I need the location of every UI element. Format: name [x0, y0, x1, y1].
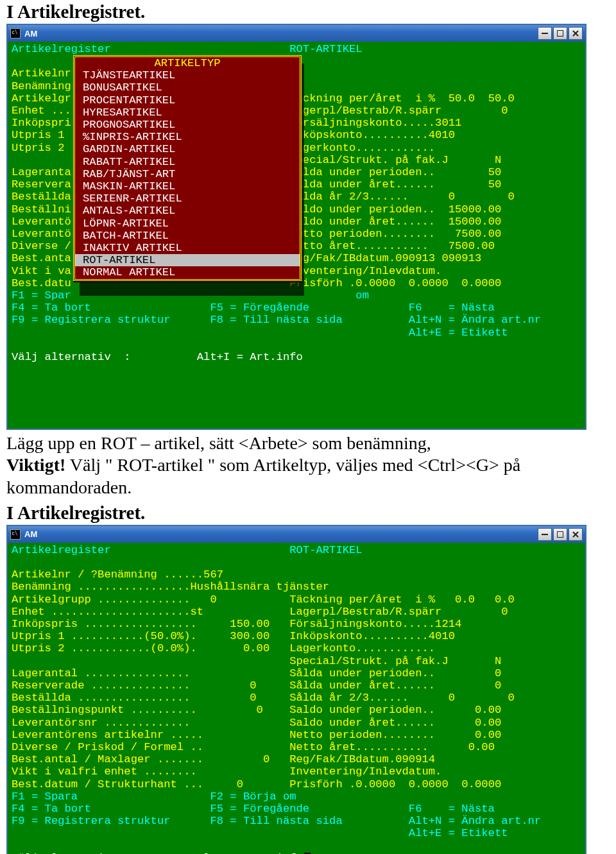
screen1-header-left: Artikelregister	[12, 43, 289, 55]
screen2-right: Lagerpl/Bestrab/R.spärr 0	[289, 606, 508, 618]
command-prompt[interactable]: Välj alternativ : Alt+I = Art.info	[12, 351, 303, 363]
screen2-left: Artikelgrupp .............. 0	[12, 594, 289, 606]
popup-item[interactable]: PROCENTARTIKEL	[75, 94, 300, 107]
screen2-right: Prisförh .0.0000 0.0000 0.0000	[289, 778, 501, 790]
fn-key-hint: Alt+E = Etikett	[12, 327, 508, 339]
artikeltyp-popup[interactable]: ARTIKELTYPTJÄNSTEARTIKELBONUSARTIKELPROC…	[73, 55, 302, 281]
popup-header: ARTIKELTYP	[75, 57, 300, 69]
screen2-left: Lagerantal ................	[12, 667, 289, 679]
screen1-right-value: Inventering/Inlevdatum.	[289, 265, 441, 277]
screen2-left: Diverse / Priskod / Formel ..	[12, 741, 289, 753]
fn-key-hint: F9 = Registrera struktur F8 = Till nästa…	[12, 815, 541, 827]
screen1-right-value: Prisförh .0.0000 0.0000 0.0000	[289, 277, 501, 289]
window-title-area: AM	[10, 28, 37, 38]
terminal-screen-1[interactable]: Artikelregister ROT-ARTIKELArtikelnr Ben…	[8, 42, 585, 429]
screen1-right-value: Försäljningskonto.....3011	[289, 117, 461, 129]
screen1-right-value: Lagerkonto............	[289, 142, 435, 154]
screen2-right: Försäljningskonto.....1214	[289, 618, 461, 630]
popup-item[interactable]: GARDIN-ARTIKEL	[75, 143, 300, 155]
screen1-right-value: Saldo under året...... 15000.00	[289, 216, 501, 228]
cmd-icon-2	[10, 529, 21, 540]
popup-item[interactable]: %INPRIS-ARTIKEL	[75, 131, 300, 143]
screen2-right: Sålda år 2/3...... 0 0	[289, 692, 515, 704]
screen2-right: Netto året........... 0.00	[289, 741, 495, 753]
screen2-right: Täckning per/året i % 0.0 0.0	[289, 594, 515, 606]
window-title-text: AM	[24, 29, 37, 38]
popup-item[interactable]: ROT-ARTIKEL	[75, 254, 300, 266]
maximize-button-2[interactable]	[553, 528, 567, 541]
popup-item[interactable]: BATCH-ARTIKEL	[75, 230, 300, 242]
screen2-left: Utpris 2 ............(0.0%). 0.00	[12, 642, 289, 654]
popup-item[interactable]: BONUSARTIKEL	[75, 81, 300, 94]
screen1-right-value: Saldo under perioden.. 15000.00	[289, 203, 501, 216]
fn-key-hint: F9 = Registrera struktur F8 = Till nästa…	[12, 314, 541, 326]
screen1-right-value: Reg/Fak/IBdatum.090913 090913	[289, 252, 481, 264]
maximize-button[interactable]	[553, 27, 567, 40]
screen2-left: Best.datum / Strukturhant ... 0	[12, 778, 289, 790]
popup-item[interactable]: MASKIN-ARTIKEL	[75, 180, 300, 192]
screen1-header-right: ROT-ARTIKEL	[289, 43, 362, 55]
screen2-right: Lagerkonto............	[289, 642, 435, 654]
window-buttons-2	[538, 528, 583, 541]
minimize-button-2[interactable]	[538, 528, 552, 541]
popup-item[interactable]: TJÄNSTEARTIKEL	[75, 69, 300, 81]
screen2-right: Inventering/Inlevdatum.	[289, 765, 441, 778]
window-title-area-2: AM	[10, 529, 37, 540]
close-button-2[interactable]	[569, 528, 583, 541]
screen2-left: Beställningspunkt .......... 0	[12, 704, 289, 716]
screen2-left: Vikt i valfri enhet ........	[12, 765, 289, 778]
window-title-text-2: AM	[24, 529, 37, 539]
terminal-window-2: AM Artikelregister ROT-ARTIKELArtikelnr …	[6, 525, 586, 854]
screen2-left	[12, 655, 289, 667]
close-button[interactable]	[569, 27, 583, 40]
window-titlebar: AM	[8, 25, 585, 42]
svg-rect-4	[542, 534, 548, 535]
screen2-right: Saldo under året...... 0.00	[289, 717, 501, 729]
popup-item[interactable]: RABATT-ARTIKEL	[75, 156, 300, 168]
popup-item[interactable]: HYRESARTIKEL	[75, 107, 300, 119]
popup-item[interactable]: INAKTIV ARTIKEL	[75, 242, 300, 254]
fn-key-hint: F4 = Ta bort F5 = Föregående F6 = Nästa	[12, 302, 495, 314]
screen2-left: Benämning .................Hushållsnära …	[12, 581, 329, 593]
screen1-right-value: Lagerpl/Bestrab/R.spärr 0	[289, 105, 508, 117]
popup-item[interactable]: ANTALS-ARTIKEL	[75, 205, 300, 217]
screen1-right-value: Netto året........... 7500.00	[289, 240, 495, 252]
svg-rect-0	[542, 33, 548, 34]
doc-paragraph-1: Lägg upp en ROT – artikel, sätt <Arbete>…	[6, 432, 610, 498]
screen1-right-value: Täckning per/året i % 50.0 50.0	[289, 92, 515, 105]
screen1-right-value: Netto perioden........ 7500.00	[289, 228, 501, 240]
window-buttons	[538, 27, 583, 40]
terminal-screen-2[interactable]: Artikelregister ROT-ARTIKELArtikelnr / ?…	[8, 543, 585, 854]
screen2-right: Reg/Fak/IBdatum.090914	[289, 753, 435, 765]
popup-item[interactable]: LÖPNR-ARTIKEL	[75, 218, 300, 230]
popup-item[interactable]: NORMAL ARTIKEL	[75, 266, 300, 278]
screen2-left: Leverantörens artikelnr .....	[12, 729, 289, 741]
terminal-window-1: AM Artikelregister ROT-ARTIKELArtikelnr …	[6, 24, 586, 430]
screen2-right: Sålda under perioden.. 0	[289, 667, 501, 679]
screen2-left: Artikelnr / ?Benämning ......567	[12, 568, 289, 581]
screen1-right-value: Sålda under året...... 50	[289, 178, 501, 191]
screen2-right: Netto perioden........ 0.00	[289, 729, 501, 741]
doc-para1-bold: Viktigt!	[6, 455, 65, 475]
minimize-button[interactable]	[538, 27, 552, 40]
screen2-right: Special/Strukt. på fak.J N	[289, 655, 501, 667]
screen2-header-left: Artikelregister	[12, 544, 289, 556]
svg-rect-5	[557, 531, 563, 538]
doc-para1-line1: Lägg upp en ROT – artikel, sätt <Arbete>…	[6, 433, 431, 453]
screen2-left: Reserverade ............... 0	[12, 679, 289, 692]
screen1-right-value: Inköpskonto..........4010	[289, 129, 455, 141]
fn-key-hint: F4 = Ta bort F5 = Föregående F6 = Nästa	[12, 803, 495, 815]
screen2-left: Inköpspris ................. 150.00	[12, 618, 289, 630]
screen2-left: Enhet .....................st	[12, 606, 289, 618]
screen2-left: Beställda ................. 0	[12, 692, 289, 704]
popup-item[interactable]: SERIENR-ARTIKEL	[75, 192, 300, 205]
cmd-icon	[10, 28, 21, 38]
window-titlebar-2: AM	[8, 526, 585, 543]
svg-rect-1	[557, 30, 563, 37]
screen2-left: Utpris 1 ...........(50.0%). 300.00	[12, 630, 289, 642]
popup-item[interactable]: RAB/TJÄNST-ART	[75, 168, 300, 180]
doc-heading-1: I Artikelregistret.	[6, 1, 616, 22]
screen2-right: Sålda under året...... 0	[289, 679, 501, 692]
popup-item[interactable]: PROGNOSARTIKEL	[75, 119, 300, 131]
doc-heading-2: I Artikelregistret.	[6, 502, 616, 524]
